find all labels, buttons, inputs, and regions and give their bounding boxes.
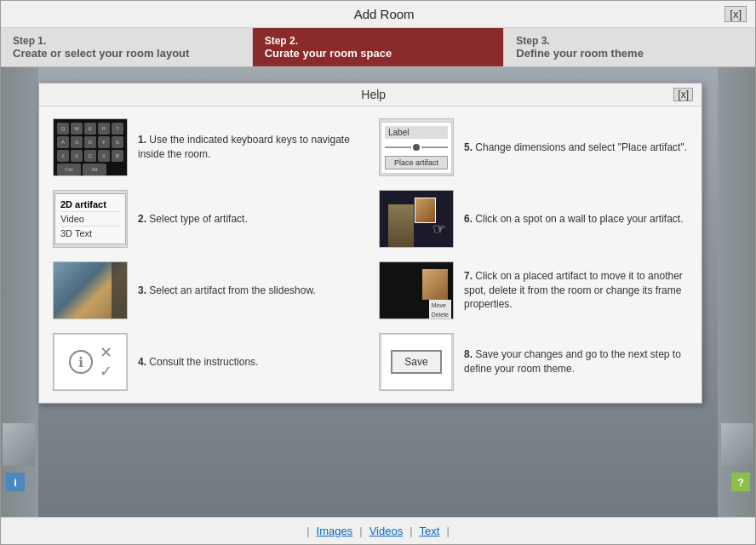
help-item-save: Save 8. Save your changes and go to the … [379,330,688,394]
help-title: Help [73,88,673,101]
main-area: i ? Help [x] QWERT ASDFG ZXCVB CtrlAlt [1,67,755,517]
artifact-label: Label [385,126,448,139]
artifact-menu: 2D artifact Video 3D Text [54,193,126,244]
step-1-label: Create or select your room layout [13,47,240,60]
help-item-keyboard: QWERT ASDFG ZXCVB CtrlAlt 1. Use the ind… [53,115,362,180]
wall-spot-image: ☞ [379,190,454,248]
step-2-label: Curate your room space [265,47,492,60]
artifact-menu-item-2d: 2D artifact [60,198,120,212]
help-text-place-artifact: 5. Change dimensions and select "Place a… [464,141,687,155]
save-button-preview: Save [391,350,441,374]
videos-link[interactable]: Videos [369,525,404,537]
window-close-button[interactable]: [x] [724,6,747,22]
info-icon-button[interactable]: i [6,473,25,491]
help-text-instructions: 4. Consult the instructions. [138,355,258,370]
place-artifact-small-btn: Place artifact [385,156,448,169]
slideshow-image [53,261,128,319]
instructions-visual: ℹ ✕ ✓ [54,334,127,390]
step-1-number: Step 1. [13,35,240,47]
tick-icon: ✓ [100,364,112,379]
separator-1: | [306,525,309,537]
help-text-save: 8. Save your changes and go to the next … [464,347,688,376]
help-content: QWERT ASDFG ZXCVB CtrlAlt 1. Use the ind… [39,106,702,403]
step-3-number: Step 3. [516,35,743,47]
room-thumb-right [721,423,753,466]
window-title: Add Room [43,7,724,21]
help-title-bar: Help [x] [39,83,702,106]
help-close-button[interactable]: [x] [673,88,693,101]
room-thumb-left [3,423,35,466]
text-link[interactable]: Text [420,525,440,537]
step-3-label: Define your room theme [516,47,743,60]
help-dialog: Help [x] QWERT ASDFG ZXCVB CtrlAlt [38,83,702,404]
slideshow-preview [54,262,127,318]
artifact-type-image: 2D artifact Video 3D Text [53,190,128,248]
main-window: Add Room [x] Step 1. Create or select yo… [0,0,756,545]
help-text-slideshow: 3. Select an artifact from the slideshow… [138,284,316,298]
help-text-keyboard: 1. Use the indicated keyboard keys to na… [138,133,362,162]
help-item-wall-spot: ☞ 6. Click on a spot on a wall to place … [379,186,688,251]
move-artifact-image: Move Delete Frame [379,261,454,319]
cross-icon: ✕ [100,345,112,360]
help-item-instructions: ℹ ✕ ✓ 4. Consult the instructions. [53,330,362,394]
help-text-wall-spot: 6. Click on a spot on a wall to place yo… [464,212,683,227]
step-2[interactable]: Step 2. Curate your room space [253,28,505,66]
instructions-image: ℹ ✕ ✓ [53,333,128,391]
move-background: Move Delete Frame [380,262,453,318]
save-image: Save [379,333,454,391]
save-visual: Save [381,334,452,390]
help-icon-button[interactable]: ? [731,473,750,491]
wall-background: ☞ [380,191,453,247]
place-artifact-image: Label Place artifact [379,118,454,176]
step-1[interactable]: Step 1. Create or select your room layou… [1,28,253,66]
move-option-move: Move [432,301,449,311]
step-3[interactable]: Step 3. Define your room theme [504,28,755,66]
move-option-delete: Delete [432,311,449,319]
artifact-menu-item-video: Video [60,212,120,227]
help-text-move-artifact: 7. Click on a placed artifact to move it… [464,269,688,312]
hand-pointer-icon: ☞ [432,220,446,238]
bottom-bar: | Images | Videos | Text | [1,517,755,544]
help-text-artifact-type: 2. Select type of artifact. [138,212,248,227]
help-item-slideshow: 3. Select an artifact from the slideshow… [53,258,362,323]
cross-tick-icons: ✕ ✓ [100,345,112,379]
separator-4: | [446,525,449,537]
move-artwork [422,269,448,300]
move-context-menu: Move Delete Frame [429,300,451,318]
artifact-menu-item-3d: 3D Text [60,227,120,240]
images-link[interactable]: Images [317,525,353,537]
steps-bar: Step 1. Create or select your room layou… [1,28,755,67]
step-2-number: Step 2. [265,35,492,47]
artifact-slider [385,142,448,152]
keyboard-image: QWERT ASDFG ZXCVB CtrlAlt [53,118,128,176]
separator-3: | [410,525,412,537]
help-item-artifact-type: 2D artifact Video 3D Text 2. Select type… [53,186,362,251]
help-item-move-artifact: Move Delete Frame 7. Click on a placed a… [379,258,688,323]
title-bar: Add Room [x] [1,1,755,28]
separator-2: | [359,525,362,537]
info-circle-icon: ℹ [69,350,93,374]
help-item-place-artifact: Label Place artifact 5. Change dimension… [379,115,688,180]
